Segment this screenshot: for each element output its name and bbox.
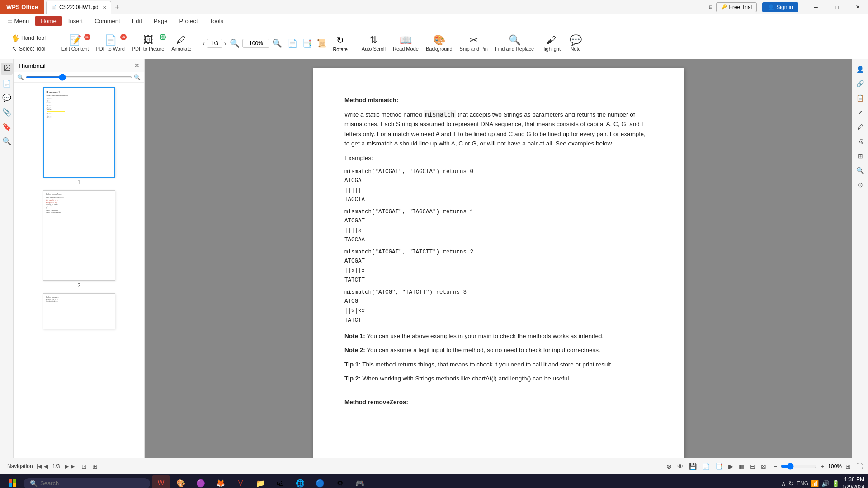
thumbnail-page-3[interactable]: Method average... double sum = 0;for(int… — [43, 293, 115, 329]
right-icon-6[interactable]: ⊞ — [854, 150, 867, 162]
right-icon-7[interactable]: 🔍 — [854, 164, 867, 177]
play-button[interactable]: ▶ — [726, 462, 735, 471]
taskbar-search-bar[interactable]: 🔍 — [24, 478, 150, 488]
thumb-zoom-in-icon[interactable]: 🔍 — [134, 74, 141, 80]
snip-and-pin-button[interactable]: ✂ Snip and Pin — [457, 34, 491, 53]
menu-tab[interactable]: ☰ Menu — [2, 16, 34, 26]
right-icon-2[interactable]: 🔗 — [854, 77, 867, 90]
edit-content-button[interactable]: ✏ 📝 Edit Content — [59, 34, 92, 53]
taskbar-store-icon[interactable]: 🛍 — [271, 475, 289, 488]
taskbar-circle-icon[interactable]: 🔵 — [311, 475, 329, 488]
tray-arrow-icon[interactable]: ∧ — [781, 480, 786, 487]
tab-close-button[interactable]: ✕ — [103, 5, 106, 10]
new-tab-button[interactable]: + — [112, 3, 122, 11]
bookmark-sidebar-icon[interactable]: 🔖 — [1, 121, 13, 132]
home-tab[interactable]: Home — [35, 16, 62, 26]
tray-sound-icon[interactable]: 🔊 — [821, 480, 829, 487]
insert-tab[interactable]: Insert — [63, 16, 89, 26]
first-page-button[interactable]: |◀ — [37, 463, 42, 469]
thumbnail-sidebar-icon[interactable]: 🖼 — [1, 63, 13, 75]
right-icon-8[interactable]: ⊙ — [854, 178, 867, 191]
taskbar-firefox-icon[interactable]: 🦊 — [212, 475, 230, 488]
start-button[interactable] — [4, 475, 22, 488]
thumbnail-item-3[interactable]: Method average... double sum = 0;for(int… — [43, 293, 115, 331]
thumbnail-page-2[interactable]: Method removeZeros... public static int … — [43, 190, 115, 281]
next-page-button[interactable]: › — [224, 40, 226, 47]
protect-tab[interactable]: Protect — [174, 16, 203, 26]
select-tool-button[interactable]: ↖ Select Tool — [9, 44, 48, 54]
edit-tab[interactable]: Edit — [127, 16, 147, 26]
zoom-out-button[interactable]: 🔍 — [228, 38, 241, 49]
prev-page-btn-bottom[interactable]: ◀ — [44, 463, 48, 469]
system-clock[interactable]: 1:38 PM 1/29/2024 — [842, 476, 864, 488]
annotate-button[interactable]: 🖊 Annotate — [169, 34, 194, 53]
rotate-button[interactable]: ↻ Rotate — [330, 33, 350, 53]
read-mode-button[interactable]: 📖 Read Mode — [390, 34, 421, 53]
taskbar-chrome-icon[interactable]: 🌐 — [291, 475, 309, 488]
scan-button[interactable]: ⊗ — [665, 462, 674, 471]
fit2-button[interactable]: ⊠ — [759, 462, 768, 471]
zoom-out-bottom[interactable]: − — [772, 462, 779, 471]
next-page-btn-bottom[interactable]: ▶ — [65, 463, 69, 469]
fit-width-button[interactable]: ⊞ — [90, 462, 99, 471]
tray-sync-icon[interactable]: ↻ — [788, 480, 794, 487]
taskbar-wps-icon[interactable]: W — [152, 475, 170, 488]
free-trial-button[interactable]: 🔑 Free Trial — [716, 2, 757, 12]
thumbnail-item-2[interactable]: Method removeZeros... public static int … — [43, 190, 115, 289]
taskbar-colorpicker-icon[interactable]: 🎨 — [172, 475, 190, 488]
signin-button[interactable]: 👤 Sign in — [762, 2, 798, 12]
right-icon-1[interactable]: 👤 — [854, 63, 867, 75]
page-sidebar-icon[interactable]: 📄 — [1, 77, 13, 89]
attachment-sidebar-icon[interactable]: 📎 — [1, 106, 13, 118]
right-icon-print[interactable]: 🖨 — [854, 135, 867, 148]
hand-tool-button[interactable]: 🖐 Hand Tool — [9, 33, 48, 43]
pdf-to-word-button[interactable]: W 📄 PDF to Word — [93, 34, 127, 53]
pdf-to-picture-button[interactable]: 🖼 🖼 PDF to Picture — [129, 34, 167, 53]
zoom-input[interactable] — [242, 39, 269, 48]
highlight-button[interactable]: 🖌 Highlight — [538, 34, 563, 53]
taskbar-vpn-icon[interactable]: V — [231, 475, 250, 488]
pdf-tab[interactable]: 📄 CS2230HW1.pdf ✕ — [46, 1, 111, 14]
page-tab[interactable]: Page — [148, 16, 173, 26]
thumbnail-zoom-slider[interactable] — [26, 76, 132, 78]
minimize-button[interactable]: ─ — [806, 0, 826, 14]
expand-button[interactable]: ⛶ — [854, 462, 864, 471]
close-button[interactable]: ✕ — [847, 0, 868, 14]
taskbar-game-icon[interactable]: 🎮 — [351, 475, 369, 488]
zoom-in-bottom[interactable]: + — [819, 462, 826, 471]
right-icon-5[interactable]: 🖊 — [854, 121, 867, 133]
fit-page-button[interactable]: ⊡ — [80, 462, 89, 471]
last-page-button[interactable]: ▶| — [71, 463, 76, 469]
taskbar-settings-icon[interactable]: ⚙ — [331, 475, 349, 488]
fullscreen-button[interactable]: ⊞ — [844, 462, 853, 471]
note-button[interactable]: 💬 Note — [565, 34, 586, 53]
right-icon-3[interactable]: 📋 — [854, 92, 867, 104]
single-col-button[interactable]: ▦ — [737, 462, 746, 471]
pages2-button[interactable]: 📑 — [713, 462, 725, 471]
eye-button[interactable]: 👁 — [675, 462, 685, 471]
right-icon-4[interactable]: ✔ — [854, 106, 867, 119]
comment-tab[interactable]: Comment — [89, 16, 125, 26]
scroll-view[interactable]: 📜 — [315, 38, 328, 49]
wps-logo-button[interactable]: WPS Office — [0, 0, 44, 14]
save-button[interactable]: 💾 — [687, 462, 698, 471]
comment-sidebar-icon[interactable]: 💬 — [1, 92, 13, 103]
pdf-content-area[interactable]: Method mismatch: Write a static method n… — [145, 59, 852, 458]
prev-page-button[interactable]: ‹ — [203, 40, 205, 47]
taskbar-files-icon[interactable]: 📁 — [251, 475, 269, 488]
search-sidebar-icon[interactable]: 🔍 — [1, 135, 13, 147]
find-replace-button[interactable]: 🔍 Find and Replace — [492, 34, 537, 53]
zoom-slider-bottom[interactable] — [781, 463, 817, 470]
pages-button[interactable]: 📄 — [700, 462, 712, 471]
tray-wifi-icon[interactable]: 📶 — [811, 480, 819, 487]
tray-battery-icon[interactable]: 🔋 — [832, 480, 840, 487]
single-page-view[interactable]: 📄 — [286, 38, 299, 49]
maximize-button[interactable]: □ — [826, 0, 847, 14]
thumbnail-item-1[interactable]: Homework 1 Write a static method mismatc… — [43, 87, 115, 186]
crop-button[interactable]: ⊟ — [748, 462, 757, 471]
thumbnail-close-button[interactable]: ✕ — [134, 62, 140, 69]
zoom-in-button[interactable]: 🔍 — [270, 38, 284, 49]
taskbar-app2-icon[interactable]: 🟣 — [192, 475, 210, 488]
auto-scroll-button[interactable]: ⇅ Auto Scroll — [359, 34, 388, 53]
thumbnail-page-1[interactable]: Homework 1 Write a static method mismatc… — [43, 87, 115, 178]
